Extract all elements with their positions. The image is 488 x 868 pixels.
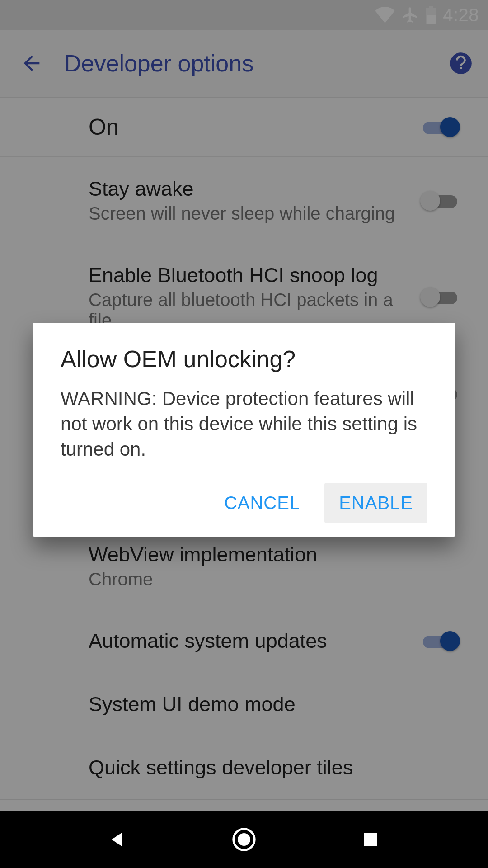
svg-point-2	[238, 833, 250, 846]
navigation-bar	[0, 811, 488, 868]
svg-rect-3	[364, 833, 377, 846]
dialog-actions: CANCEL ENABLE	[61, 483, 427, 523]
enable-button[interactable]: ENABLE	[324, 483, 427, 523]
nav-recents-button[interactable]	[352, 821, 389, 858]
dialog-title: Allow OEM unlocking?	[61, 345, 427, 373]
nav-back-button[interactable]	[99, 821, 136, 858]
nav-home-button[interactable]	[226, 821, 262, 858]
dialog-body: WARNING: Device protection features will…	[61, 386, 427, 462]
cancel-button[interactable]: CANCEL	[210, 483, 314, 523]
oem-unlock-dialog: Allow OEM unlocking? WARNING: Device pro…	[33, 323, 455, 537]
